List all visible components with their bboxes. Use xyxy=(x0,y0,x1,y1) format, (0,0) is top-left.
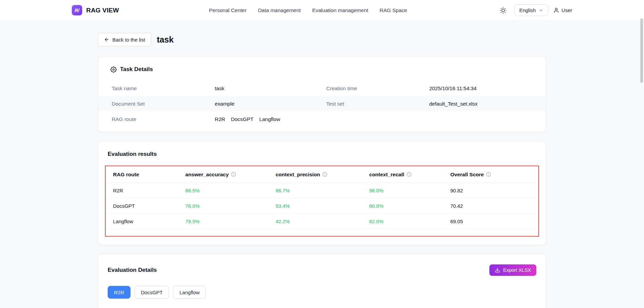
test-set-label: Test set xyxy=(326,101,429,107)
creation-time-label: Creation time xyxy=(326,85,429,91)
top-navbar: R/ RAG VIEW Personal Center Data managem… xyxy=(0,0,644,21)
table-row: Langflow 79.5% 42.2% 82.0% 69.05 xyxy=(106,214,538,229)
app-title: RAG VIEW xyxy=(86,7,119,14)
sun-icon xyxy=(500,7,506,14)
creation-time-value: 2025/10/16 11:54:34 xyxy=(429,85,532,91)
results-table-highlight: RAG route answer_accuracy context_precis… xyxy=(105,166,539,237)
page-content: Back to the list task Task Details Task … xyxy=(0,21,644,308)
route-r2r: R2R xyxy=(215,116,225,122)
user-label: User xyxy=(561,7,572,13)
info-icon[interactable] xyxy=(322,172,327,177)
col-context-recall-label: context_recall xyxy=(369,172,404,178)
evaluation-details-card: Evaluation Details Export XLSX R2R DocsG… xyxy=(98,254,546,308)
route-langflow: Langflow xyxy=(259,116,280,122)
page-title: task xyxy=(157,35,174,45)
route-docsgpt: DocsGPT xyxy=(231,116,254,122)
row-overall-score: 69.05 xyxy=(450,219,531,224)
col-rag-route-label: RAG route xyxy=(113,172,139,178)
col-overall-score-label: Overall Score xyxy=(450,172,484,178)
info-icon[interactable] xyxy=(231,172,236,177)
row-answer-accuracy: 76.0% xyxy=(185,203,276,209)
row-context-recall: 98.0% xyxy=(369,188,450,193)
task-name-label: Task name xyxy=(112,85,215,91)
gear-icon xyxy=(110,66,117,73)
col-context-precision: context_precision xyxy=(276,172,369,178)
evaluation-results-title: Evaluation results xyxy=(105,151,539,158)
col-answer-accuracy-label: answer_accuracy xyxy=(185,172,229,178)
col-answer-accuracy: answer_accuracy xyxy=(185,172,276,178)
row-context-recall: 80.0% xyxy=(369,203,450,209)
app-logo-icon: R/ xyxy=(72,5,82,15)
task-name-value: task xyxy=(215,85,326,91)
col-context-recall: context_recall xyxy=(369,172,450,178)
export-button-label: Export XLSX xyxy=(503,267,531,273)
language-selector[interactable]: English xyxy=(515,4,548,16)
row-context-precision: 86.7% xyxy=(276,188,369,193)
table-row: DocsGPT 76.0% 53.4% 80.0% 70.42 xyxy=(106,198,538,214)
evaluation-details-title: Evaluation Details xyxy=(108,267,157,273)
user-icon xyxy=(553,7,559,13)
theme-toggle-button[interactable] xyxy=(497,4,509,16)
chevron-down-icon xyxy=(539,8,543,13)
info-icon[interactable] xyxy=(407,172,412,177)
evaluation-results-card: Evaluation results RAG route answer_accu… xyxy=(98,141,546,245)
row-answer-accuracy: 88.5% xyxy=(185,188,276,193)
tab-langflow[interactable]: Langflow xyxy=(173,286,206,299)
route-tabs: R2R DocsGPT Langflow xyxy=(107,286,537,299)
row-overall-score: 70.42 xyxy=(450,203,531,209)
row-context-recall: 82.0% xyxy=(369,219,450,224)
rag-route-value: R2R DocsGPT Langflow xyxy=(215,116,326,122)
info-icon[interactable] xyxy=(486,172,491,177)
arrow-left-icon xyxy=(104,37,109,42)
nav-item-personal-center[interactable]: Personal Center xyxy=(209,7,247,13)
export-xlsx-button[interactable]: Export XLSX xyxy=(489,264,536,276)
document-set-label: Document Set xyxy=(112,101,215,107)
test-set-value: default_Test_set.xlsx xyxy=(429,101,532,107)
row-route: Langflow xyxy=(113,219,185,224)
row-answer-accuracy: 79.5% xyxy=(185,219,276,224)
task-details-card: Task Details Task name task Creation tim… xyxy=(98,56,546,132)
row-route: DocsGPT xyxy=(113,203,185,209)
task-detail-row: Document Set example Test set default_Te… xyxy=(98,96,546,112)
task-detail-row: RAG route R2R DocsGPT Langflow xyxy=(98,112,546,127)
rag-route-label: RAG route xyxy=(112,116,215,122)
col-context-precision-label: context_precision xyxy=(276,172,320,178)
results-table-header: RAG route answer_accuracy context_precis… xyxy=(106,166,538,183)
nav-item-evaluation-management[interactable]: Evaluation management xyxy=(312,7,368,13)
user-menu[interactable]: User xyxy=(553,7,572,13)
download-icon xyxy=(495,267,500,273)
tab-r2r[interactable]: R2R xyxy=(108,286,130,299)
task-detail-row: Task name task Creation time 2025/10/16 … xyxy=(98,81,546,96)
brand: R/ RAG VIEW xyxy=(72,5,119,15)
document-set-value: example xyxy=(215,101,326,107)
tab-docsgpt[interactable]: DocsGPT xyxy=(135,286,169,299)
nav-item-data-management[interactable]: Data management xyxy=(258,7,301,13)
nav-item-rag-space[interactable]: RAG Space xyxy=(380,7,407,13)
scrollbar[interactable] xyxy=(640,18,643,83)
back-to-list-button[interactable]: Back to the list xyxy=(98,33,151,46)
row-context-precision: 42.2% xyxy=(276,219,369,224)
row-route: R2R xyxy=(113,188,185,193)
back-button-label: Back to the list xyxy=(112,37,145,43)
main-nav: Personal Center Data management Evaluati… xyxy=(119,7,497,13)
row-context-precision: 53.4% xyxy=(276,203,369,209)
col-rag-route: RAG route xyxy=(113,172,185,178)
row-overall-score: 90.82 xyxy=(450,188,531,193)
table-row: R2R 88.5% 86.7% 98.0% 90.82 xyxy=(106,183,538,198)
col-overall-score: Overall Score xyxy=(450,172,531,178)
language-label: English xyxy=(519,7,536,13)
task-details-title: Task Details xyxy=(120,66,153,73)
